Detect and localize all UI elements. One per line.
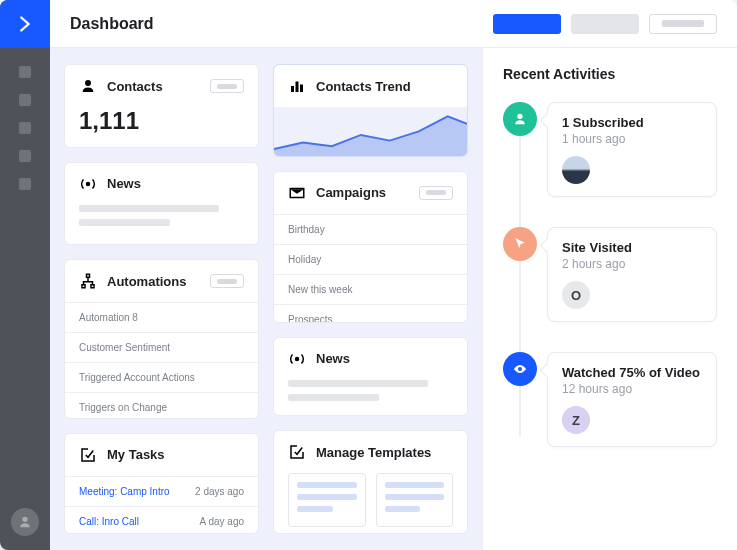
activity-title: Site Visited	[562, 240, 702, 255]
card-title: News	[107, 176, 141, 191]
contacts-count: 1,111	[65, 107, 258, 148]
activity-time: 1 hours ago	[562, 132, 702, 146]
activity-time: 12 hours ago	[562, 382, 702, 396]
template-thumb[interactable]	[376, 473, 454, 527]
person-icon	[79, 77, 97, 95]
contacts-card[interactable]: Contacts 1,111	[64, 64, 259, 148]
templates-body	[274, 473, 467, 534]
list-item[interactable]: Customer Sentiment	[65, 332, 258, 362]
svg-point-4	[295, 356, 300, 361]
broadcast-icon	[288, 350, 306, 368]
check-box-icon	[79, 446, 97, 464]
card-chip[interactable]	[210, 274, 244, 288]
placeholder-lines	[274, 380, 467, 417]
svg-rect-1	[291, 86, 294, 92]
nav-item[interactable]	[19, 178, 31, 190]
task-row[interactable]: Call: Inro Call A day ago	[65, 506, 258, 534]
topbar-actions	[493, 14, 717, 34]
card-chip[interactable]	[210, 79, 244, 93]
dashboard-grid: Contacts 1,111 News	[50, 48, 482, 550]
activity-avatar	[562, 156, 590, 184]
list-item[interactable]: Prospects	[274, 304, 467, 323]
card-title: News	[316, 351, 350, 366]
nav-item[interactable]	[19, 66, 31, 78]
main-area: Dashboard Contacts 1,111	[50, 0, 737, 550]
news-card-2[interactable]: News	[273, 337, 468, 417]
primary-action[interactable]	[493, 14, 561, 34]
activity-badge	[503, 352, 537, 386]
card-chip[interactable]	[419, 186, 453, 200]
template-thumb[interactable]	[288, 473, 366, 527]
activity-item: Site Visited 2 hours ago O	[547, 227, 717, 322]
cursor-icon	[512, 236, 528, 252]
activities-panel: Recent Activities 1 Subscribed 1 hours a…	[482, 48, 737, 550]
task-time: A day ago	[200, 516, 244, 527]
nav-item[interactable]	[19, 150, 31, 162]
brand-logo[interactable]	[0, 0, 50, 48]
list-item[interactable]: Triggers on Change	[65, 392, 258, 419]
tasks-card[interactable]: My Tasks Meeting: Camp Intro 2 days ago …	[64, 433, 259, 534]
secondary-action[interactable]	[571, 14, 639, 34]
automations-card[interactable]: Automations Automation 8 Customer Sentim…	[64, 259, 259, 419]
list-item[interactable]: New this week	[274, 274, 467, 304]
activity-title: 1 Subscribed	[562, 115, 702, 130]
card-title: My Tasks	[107, 447, 165, 462]
nav-rail	[0, 0, 50, 550]
list-item[interactable]: Triggered Account Actions	[65, 362, 258, 392]
person-icon	[512, 111, 528, 127]
task-row[interactable]: Meeting: Camp Intro 2 days ago	[65, 476, 258, 506]
activity-bubble[interactable]: 1 Subscribed 1 hours ago	[547, 102, 717, 197]
column-left: Contacts 1,111 News	[64, 64, 259, 534]
svg-point-0	[86, 181, 91, 186]
mail-icon	[288, 184, 306, 202]
card-title: Manage Templates	[316, 445, 431, 460]
activity-item: 1 Subscribed 1 hours ago	[547, 102, 717, 197]
card-title: Campaigns	[316, 185, 386, 200]
page-title: Dashboard	[70, 15, 154, 33]
tertiary-action[interactable]	[649, 14, 717, 34]
svg-rect-3	[300, 85, 303, 93]
topbar: Dashboard	[50, 0, 737, 48]
task-link[interactable]: Meeting: Camp Intro	[79, 486, 170, 497]
card-title: Contacts	[107, 79, 163, 94]
tree-icon	[79, 272, 97, 290]
chevron-right-icon	[14, 13, 36, 35]
activities-title: Recent Activities	[503, 66, 717, 82]
activity-title: Watched 75% of Video	[562, 365, 702, 380]
bar-chart-icon	[288, 77, 306, 95]
list-item[interactable]: Birthday	[274, 214, 467, 244]
activity-feed: 1 Subscribed 1 hours ago Site Visited 2 …	[503, 102, 717, 447]
app-shell: Dashboard Contacts 1,111	[0, 0, 737, 550]
templates-card[interactable]: Manage Templates	[273, 430, 468, 534]
placeholder-lines	[65, 205, 258, 246]
column-right: Contacts Trend Campaigns	[273, 64, 468, 534]
check-box-icon	[288, 443, 306, 461]
person-icon	[17, 514, 33, 530]
card-title: Automations	[107, 274, 186, 289]
campaigns-card[interactable]: Campaigns Birthday Holiday New this week…	[273, 171, 468, 323]
activity-avatar: O	[562, 281, 590, 309]
list-item[interactable]: Holiday	[274, 244, 467, 274]
card-title: Contacts Trend	[316, 79, 411, 94]
nav-item[interactable]	[19, 94, 31, 106]
news-card[interactable]: News	[64, 162, 259, 246]
svg-rect-2	[296, 82, 299, 93]
broadcast-icon	[79, 175, 97, 193]
nav-item[interactable]	[19, 122, 31, 134]
trend-sparkline	[274, 107, 467, 157]
task-time: 2 days ago	[195, 486, 244, 497]
activity-badge	[503, 227, 537, 261]
eye-icon	[512, 361, 528, 377]
task-link[interactable]: Call: Inro Call	[79, 516, 139, 527]
activity-bubble[interactable]: Watched 75% of Video 12 hours ago Z	[547, 352, 717, 447]
activity-avatar: Z	[562, 406, 590, 434]
nav-items	[19, 66, 31, 190]
body: Contacts 1,111 News	[50, 48, 737, 550]
activity-badge	[503, 102, 537, 136]
list-item[interactable]: Automation 8	[65, 302, 258, 332]
trend-card[interactable]: Contacts Trend	[273, 64, 468, 157]
activity-time: 2 hours ago	[562, 257, 702, 271]
activity-bubble[interactable]: Site Visited 2 hours ago O	[547, 227, 717, 322]
user-avatar-rail[interactable]	[11, 508, 39, 536]
activity-item: Watched 75% of Video 12 hours ago Z	[547, 352, 717, 447]
